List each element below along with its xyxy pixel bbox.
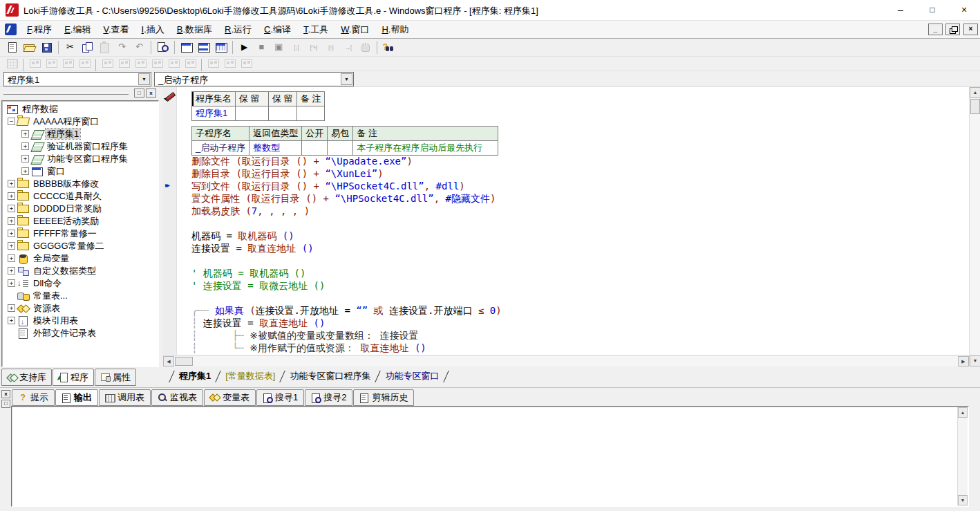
chevron-down-icon[interactable]: ▼: [341, 73, 352, 85]
tree-expander-plus[interactable]: +: [8, 279, 15, 287]
mdi-minimize-button[interactable]: _: [928, 24, 943, 35]
assembly-combobox[interactable]: 程序集1 ▼: [3, 72, 151, 86]
doc-tab[interactable]: [常量数据表]: [218, 367, 282, 385]
output-content[interactable]: ▲ ▼: [11, 406, 969, 507]
table-cell[interactable]: _启动子程序: [192, 141, 249, 156]
menu-W[interactable]: W.窗口: [334, 21, 375, 38]
table-cell[interactable]: 本子程序在程序启动后最先执行: [353, 141, 498, 156]
tree-expander-plus[interactable]: +: [21, 155, 29, 162]
output-vertical-scrollbar[interactable]: ▲ ▼: [957, 407, 968, 505]
menu-F[interactable]: F.程序: [21, 21, 58, 38]
output-tab-输出[interactable]: 输出: [55, 389, 98, 406]
code-lines[interactable]: 删除文件 (取运行目录 () + “\Upadate.exe”)删除目录 (取运…: [191, 155, 502, 355]
tree-item[interactable]: +资源表: [2, 301, 158, 314]
tree-item[interactable]: +GGGGG常量修二: [2, 239, 158, 252]
find-button[interactable]: [154, 39, 171, 55]
tree-item[interactable]: 常量表...: [2, 289, 158, 301]
open-file-button[interactable]: [21, 39, 38, 55]
tree-item[interactable]: +自定义数据类型: [2, 264, 158, 277]
scroll-thumb[interactable]: [175, 357, 193, 366]
doc-tab[interactable]: 程序集1: [172, 367, 218, 385]
menu-R[interactable]: R.运行: [218, 21, 258, 38]
output-tab-变量表[interactable]: 变量表: [204, 389, 256, 406]
cut-button[interactable]: ✂: [62, 39, 79, 55]
output-close-button[interactable]: x: [1, 390, 10, 398]
tree-item[interactable]: +功能专区窗口程序集: [2, 152, 158, 165]
tree-expander-plus[interactable]: +: [21, 142, 29, 150]
tree-item[interactable]: +全局变量: [2, 252, 158, 264]
tree-expander-plus[interactable]: +: [21, 167, 29, 175]
tree-item[interactable]: +FFFFF常量修一: [2, 227, 158, 239]
table-cell[interactable]: 整数型: [249, 141, 302, 156]
mdi-restore-button[interactable]: [945, 24, 960, 35]
code-line[interactable]: 写到文件 (取运行目录 () + “\HPSocket4C.dll”, #dll…: [191, 180, 502, 192]
tree-expander-plus[interactable]: +: [8, 192, 15, 200]
save-button[interactable]: [38, 39, 55, 55]
table-cell[interactable]: [236, 106, 269, 121]
menu-E[interactable]: E.编辑: [58, 21, 97, 38]
new-file-button[interactable]: [3, 39, 21, 55]
code-line[interactable]: ' 机器码 = 取机器码 (): [191, 267, 502, 279]
help-find-button[interactable]: [380, 39, 397, 55]
doc-tab[interactable]: 功能专区窗口程序集: [283, 367, 377, 385]
run-button[interactable]: ▶: [236, 39, 253, 55]
tree-item[interactable]: +窗口: [2, 165, 158, 177]
code-line[interactable]: ┆ ├╌ ※被赋值的变量或变量数组： 连接设置: [191, 329, 502, 342]
tree-expander-plus[interactable]: +: [8, 230, 15, 237]
output-tab-搜寻2[interactable]: 搜寻2: [305, 389, 352, 406]
code-line[interactable]: 机器码 = 取机器码 (): [191, 230, 502, 242]
tree-expander-plus[interactable]: +: [8, 317, 15, 324]
assembly-table[interactable]: 程序集名保 留保 留备 注程序集1: [191, 91, 325, 121]
tree-item[interactable]: +CCCCC道具耐久: [2, 189, 158, 202]
code-line[interactable]: [191, 254, 502, 267]
subroutine-table[interactable]: 子程序名返回值类型公开易包备 注_启动子程序整数型本子程序在程序启动后最先执行: [191, 126, 498, 156]
subroutine-combobox[interactable]: _启动子程序 ▼: [154, 72, 354, 86]
scroll-down-icon[interactable]: ▼: [958, 495, 968, 505]
output-tab-监视表[interactable]: 监视表: [151, 389, 203, 406]
tree-expander-plus[interactable]: +: [8, 180, 15, 187]
tab-program[interactable]: 程序: [53, 369, 94, 386]
minimize-button[interactable]: –: [885, 0, 916, 20]
table-cell[interactable]: [302, 141, 328, 156]
menu-C[interactable]: C.编译: [258, 21, 297, 38]
code-line[interactable]: ▾: [191, 354, 502, 355]
tree-item[interactable]: +模块引用表: [2, 314, 158, 326]
tree-expander-plus[interactable]: +: [21, 130, 29, 138]
output-tab-搜寻1[interactable]: 搜寻1: [256, 389, 304, 406]
code-line[interactable]: ' 连接设置 = 取微云地址 (): [191, 279, 502, 292]
chevron-down-icon[interactable]: ▼: [138, 73, 150, 85]
code-line[interactable]: [191, 217, 502, 230]
table-cell[interactable]: [328, 141, 353, 156]
code-editor[interactable]: 程序集名保 留保 留备 注程序集1 子程序名返回值类型公开易包备 注_启动子程序…: [177, 87, 969, 355]
menu-H[interactable]: H.帮助: [375, 21, 415, 38]
copy-button[interactable]: [79, 39, 96, 55]
tree-expander-plus[interactable]: +: [8, 205, 15, 212]
scroll-up-icon[interactable]: ▲: [958, 407, 968, 418]
tab-support-lib[interactable]: 支持库: [1, 369, 52, 386]
table-cell[interactable]: 程序集1: [192, 106, 236, 121]
output-tab-调用表[interactable]: 调用表: [99, 389, 151, 406]
code-line[interactable]: 删除文件 (取运行目录 () + “\Upadate.exe”): [191, 155, 502, 167]
doc-tab[interactable]: 功能专区窗口: [378, 367, 446, 385]
code-line[interactable]: 连接设置 = 取直连地址 (): [191, 242, 502, 254]
output-tab-剪辑历史[interactable]: 剪辑历史: [353, 389, 414, 406]
menu-B[interactable]: B.数据库: [171, 21, 218, 38]
tab-property[interactable]: 属性: [95, 369, 136, 386]
panel-maximize-button[interactable]: □: [134, 89, 144, 97]
panel-close-button[interactable]: x: [146, 89, 156, 97]
tree-item[interactable]: +Dll命令: [2, 277, 158, 289]
layout-two-button[interactable]: [195, 39, 212, 55]
code-line[interactable]: 加载易皮肤 (7, , , , ): [191, 205, 502, 217]
menu-T[interactable]: T.工具: [297, 21, 334, 38]
code-line[interactable]: ┆ 连接设置 = 取直连地址 (): [191, 317, 502, 329]
menu-V[interactable]: V.查看: [97, 21, 135, 38]
output-restore-button[interactable]: □: [1, 400, 10, 408]
code-line[interactable]: ╭╌╌ 如果真 (连接设置.开放地址 = “” 或 连接设置.开放端口 ≤ 0): [191, 304, 502, 317]
tree-item[interactable]: +EEEEE活动奖励: [2, 214, 158, 227]
tree-expander-plus[interactable]: +: [8, 267, 15, 275]
layout-one-button[interactable]: [178, 39, 195, 55]
code-line[interactable]: [191, 292, 502, 304]
menu-I[interactable]: I.插入: [135, 21, 171, 38]
code-vertical-scrollbar[interactable]: ▲ ▼: [969, 87, 980, 366]
scroll-right-icon[interactable]: ▶: [958, 356, 969, 366]
